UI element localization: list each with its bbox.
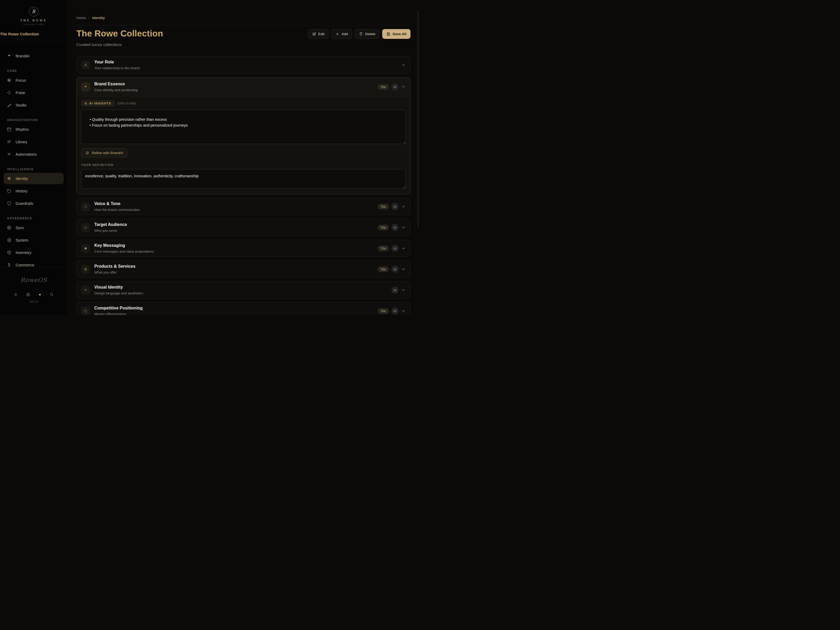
chevron-down-icon[interactable] bbox=[401, 225, 406, 230]
you-badge: You bbox=[378, 225, 389, 230]
sidebar-item-sync[interactable]: Sync bbox=[4, 222, 64, 233]
card-visual-identity-header[interactable]: Visual Identity Design language and aest… bbox=[77, 282, 410, 298]
sidebar-nav: BrandAI CORE Focus Pulse Studio ORCHESTR… bbox=[0, 42, 67, 267]
save-all-button[interactable]: Save All bbox=[382, 29, 411, 39]
sparkle-outline-icon bbox=[81, 286, 90, 294]
card-voice-tone: Voice & Tone How the brand communicates … bbox=[76, 198, 411, 215]
sidebar-brand-title: The Rowe Collection bbox=[0, 32, 67, 42]
save-icon bbox=[387, 32, 390, 36]
card-products-services: Products & Services What you offer You A… bbox=[76, 261, 411, 278]
sidebar-item-library[interactable]: Library bbox=[4, 136, 64, 147]
you-badge: You bbox=[378, 266, 389, 272]
ai-insights-textarea[interactable]: • Quality through precision rather than … bbox=[81, 110, 406, 144]
brand-switcher-button[interactable] bbox=[38, 293, 41, 296]
sidebar-item-brandai[interactable]: BrandAI bbox=[4, 50, 64, 62]
chevron-down-icon[interactable] bbox=[401, 204, 406, 209]
card-title: Brand Essence bbox=[94, 82, 137, 86]
card-your-role: Your Role Your relationship to this bran… bbox=[76, 56, 411, 73]
page-actions: Edit Add Delete Save All bbox=[308, 29, 411, 39]
search-button[interactable] bbox=[49, 292, 54, 297]
card-title: Key Messaging bbox=[94, 243, 154, 248]
nav-section-intelligence: INTELLIGENCE bbox=[7, 168, 67, 171]
sidebar-item-label: Studio bbox=[16, 103, 27, 107]
sidebar-item-history[interactable]: History bbox=[4, 185, 64, 196]
chevron-down-icon[interactable] bbox=[401, 309, 406, 313]
history-icon bbox=[6, 188, 12, 193]
identity-sections-list: Your Role Your relationship to this bran… bbox=[76, 56, 411, 315]
roweos-wordmark: RoweOS bbox=[0, 277, 67, 283]
edit-button[interactable]: Edit bbox=[308, 29, 328, 39]
your-definition-input[interactable]: excellence, quality, tradition, innovati… bbox=[81, 169, 406, 189]
card-subtitle: How the brand communicates bbox=[94, 208, 140, 212]
ai-dot-icon bbox=[84, 102, 87, 105]
diamond-icon bbox=[6, 176, 12, 181]
chevron-up-icon[interactable] bbox=[401, 85, 406, 89]
ai-badge: AI bbox=[392, 287, 399, 294]
chevron-down-icon[interactable] bbox=[401, 267, 406, 271]
workspace-button[interactable] bbox=[26, 292, 30, 297]
sidebar-item-automations[interactable]: Automations bbox=[4, 149, 64, 160]
sidebar-item-label: Guardrails bbox=[16, 201, 33, 206]
briefcase-icon bbox=[26, 292, 30, 297]
chevron-down-icon[interactable] bbox=[401, 246, 406, 250]
ai-insights-badge[interactable]: AI INSIGHTS bbox=[81, 100, 114, 106]
card-key-messaging: Key Messaging Core messages and value pr… bbox=[76, 240, 411, 257]
sidebar-item-label: Focus bbox=[16, 78, 26, 82]
card-target-audience-header[interactable]: Target Audience Who you serve You AI bbox=[77, 219, 410, 236]
focus-icon bbox=[6, 78, 12, 83]
sidebar-item-rhythm[interactable]: Rhythm bbox=[4, 123, 64, 135]
card-competitive-positioning-header[interactable]: Competitive Positioning Market different… bbox=[77, 302, 410, 315]
ai-badge: AI bbox=[392, 245, 399, 252]
sidebar: R THE ROWE COLLECTION The Rowe Collectio… bbox=[0, 0, 68, 315]
breadcrumb-separator: › bbox=[88, 16, 90, 20]
ai-badge: AI bbox=[392, 266, 399, 273]
sidebar-item-guardrails[interactable]: Guardrails bbox=[4, 198, 64, 209]
sidebar-item-focus[interactable]: Focus bbox=[4, 74, 64, 86]
sidebar-item-identity[interactable]: Identity bbox=[4, 173, 64, 184]
sidebar-footer: RoweOS v15.13 bbox=[0, 267, 67, 315]
globe-icon bbox=[6, 225, 12, 230]
ai-badge: AI bbox=[392, 307, 399, 315]
refine-with-brandai-button[interactable]: Refine with BrandAI bbox=[81, 148, 127, 157]
page-title: The Rowe Collection bbox=[76, 28, 163, 39]
breadcrumb-home-link[interactable]: Home bbox=[76, 16, 86, 20]
sidebar-item-inventory[interactable]: Inventory bbox=[4, 247, 64, 258]
chevron-down-icon[interactable] bbox=[401, 288, 406, 292]
sidebar-item-system[interactable]: System bbox=[4, 234, 64, 246]
main-content: Home › Identity The Rowe Collection Cura… bbox=[68, 0, 420, 315]
delete-button[interactable]: Delete bbox=[355, 29, 380, 39]
sidebar-item-commerce[interactable]: Commerce bbox=[4, 259, 64, 267]
card-products-services-header[interactable]: Products & Services What you offer You A… bbox=[77, 261, 410, 277]
card-subtitle: What you offer bbox=[94, 270, 136, 274]
sidebar-item-label: Identity bbox=[16, 177, 28, 181]
card-brand-essence: Brand Essence Core identity and position… bbox=[76, 77, 411, 194]
card-brand-essence-header[interactable]: Brand Essence Core identity and position… bbox=[77, 78, 410, 97]
sidebar-item-pulse[interactable]: Pulse bbox=[4, 87, 64, 98]
vertical-scrollbar[interactable] bbox=[417, 11, 419, 227]
you-badge: You bbox=[378, 84, 389, 90]
card-your-role-header[interactable]: Your Role Your relationship to this bran… bbox=[77, 57, 410, 73]
logo-text-line1: THE ROWE bbox=[0, 19, 67, 22]
nav-section-governance: GOVERNANCE bbox=[7, 217, 67, 220]
diamond-outline-icon bbox=[81, 223, 90, 232]
automation-sparkle-icon bbox=[6, 152, 12, 157]
sidebar-item-label: Rhythm bbox=[16, 127, 29, 131]
sidebar-item-label: Automations bbox=[16, 152, 37, 157]
layers-icon bbox=[85, 151, 89, 155]
card-title: Voice & Tone bbox=[94, 201, 140, 206]
card-voice-tone-header[interactable]: Voice & Tone How the brand communicates … bbox=[77, 198, 410, 215]
add-button[interactable]: Add bbox=[331, 29, 352, 39]
header-divider bbox=[76, 25, 411, 25]
chevron-down-icon[interactable] bbox=[401, 63, 406, 67]
trash-icon bbox=[359, 32, 363, 36]
nav-section-orchestration: ORCHESTRATION bbox=[7, 119, 67, 122]
breadcrumb-current: Identity bbox=[92, 16, 105, 20]
theme-toggle-button[interactable] bbox=[13, 292, 18, 297]
sparkle-icon bbox=[6, 53, 12, 59]
plus-icon bbox=[335, 32, 339, 36]
sidebar-item-label: Inventory bbox=[16, 250, 32, 255]
card-key-messaging-header[interactable]: Key Messaging Core messages and value pr… bbox=[77, 240, 410, 256]
sidebar-item-studio[interactable]: Studio bbox=[4, 99, 64, 111]
gold-diamond-icon bbox=[38, 293, 41, 296]
cube-icon bbox=[6, 250, 12, 255]
